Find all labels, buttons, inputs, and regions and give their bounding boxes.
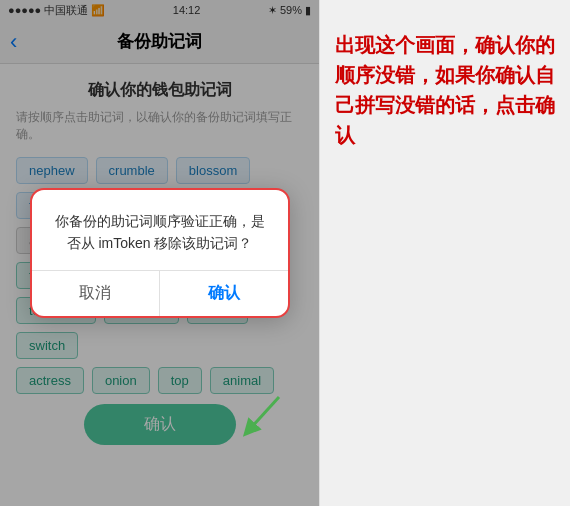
dialog-cancel-button[interactable]: 取消 [32,271,161,316]
dialog-body: 你备份的助记词顺序验证正确，是否从 imToken 移除该助记词？ [32,190,288,271]
annotation-panel: 出现这个画面，确认你的顺序没错，如果你确认自己拼写没错的话，点击确认 [320,0,570,506]
dialog-message: 你备份的助记词顺序验证正确，是否从 imToken 移除该助记词？ [52,210,268,255]
arrow-indicator [239,392,289,446]
svg-line-0 [249,397,279,430]
dialog-actions: 取消 确认 [32,270,288,316]
dialog-overlay: 你备份的助记词顺序验证正确，是否从 imToken 移除该助记词？ 取消 确认 [0,0,319,506]
dialog: 你备份的助记词顺序验证正确，是否从 imToken 移除该助记词？ 取消 确认 [30,188,290,319]
annotation-text: 出现这个画面，确认你的顺序没错，如果你确认自己拼写没错的话，点击确认 [335,30,560,150]
dialog-confirm-button[interactable]: 确认 [160,271,288,316]
phone-screen: ●●●●● 中国联通 📶 14:12 ✶ 59% ▮ ‹ 备份助记词 确认你的钱… [0,0,320,506]
